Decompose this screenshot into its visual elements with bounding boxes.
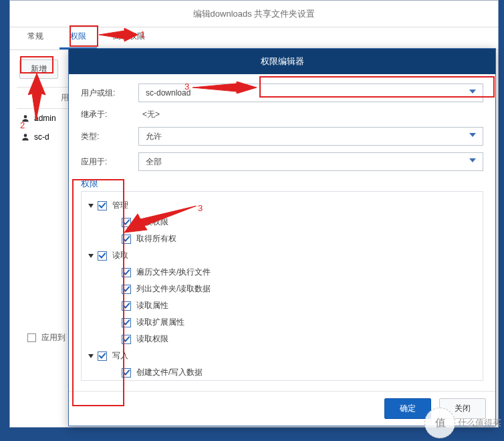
tree-node[interactable]: 读取扩展属性 (84, 314, 480, 331)
apply-to-value: 全部 (146, 156, 162, 168)
tree-node[interactable]: 遍历文件夹/执行文件 (84, 264, 480, 281)
apply-label: 应用到 (41, 332, 66, 343)
permission-label: 读取属性 (136, 300, 168, 311)
expand-caret-icon[interactable] (88, 254, 94, 258)
label-apply-to: 应用于: (81, 156, 138, 168)
svg-point-1 (24, 134, 27, 137)
permission-label: 读取权限 (136, 333, 168, 345)
label-user-group: 用户或组: (81, 88, 138, 99)
label-type: 类型: (81, 131, 138, 142)
tree-node[interactable]: 读取 (84, 247, 480, 264)
dialog-title: 权限编辑器 (69, 49, 495, 74)
tree-node[interactable]: 读取属性 (84, 297, 480, 314)
tree-node[interactable]: 写入 (84, 347, 480, 364)
permissions-section-title: 权限 (81, 178, 483, 190)
permission-label: 遍历文件夹/执行文件 (136, 267, 211, 278)
tree-node[interactable]: 创建文件/写入数据 (84, 364, 480, 381)
window-title: 编辑downloads 共享文件夹设置 (10, 1, 498, 27)
user-icon (21, 132, 30, 142)
apply-to-combo[interactable]: 全部 (138, 152, 483, 171)
permission-checkbox[interactable] (98, 351, 107, 361)
tab-general[interactable]: 常规 (17, 25, 54, 49)
type-combo[interactable]: 允许 (138, 127, 483, 146)
permission-label: 创建文件/写入数据 (136, 367, 203, 378)
permission-editor-dialog: 权限编辑器 用户或组: sc-download 继承于: <无> 类型: 允许 … (68, 48, 496, 426)
cancel-button[interactable]: 关闭 (439, 398, 486, 419)
user-group-value: sc-download (146, 88, 191, 98)
user-group-combo[interactable]: sc-download (138, 84, 483, 102)
expand-caret-icon[interactable] (88, 204, 94, 208)
tree-node[interactable]: 管理 (84, 197, 480, 214)
inherit-value: <无> (138, 109, 483, 120)
permission-label: 更改权限 (136, 216, 168, 228)
tree-node[interactable]: 读取权限 (84, 331, 480, 347)
permission-checkbox[interactable] (98, 251, 107, 261)
permission-label: 读取扩展属性 (136, 317, 184, 328)
apply-checkbox[interactable] (27, 333, 36, 342)
chevron-down-icon (469, 90, 476, 94)
permission-label: 列出文件夹/读取数据 (136, 283, 211, 295)
permission-label: 管理 (112, 200, 128, 211)
tab-advanced-permissions[interactable]: 高级权限 (102, 25, 156, 49)
svg-point-0 (24, 115, 27, 118)
permission-label: 写入 (112, 350, 128, 361)
chevron-down-icon (469, 158, 476, 162)
tabs-bar: 常规 权限 高级权限 (10, 27, 498, 50)
user-name: sc-d (34, 132, 49, 142)
tree-node[interactable]: 取得所有权 (84, 231, 480, 247)
label-inherit: 继承于: (81, 109, 138, 120)
permission-checkbox[interactable] (122, 318, 131, 327)
permissions-tree[interactable]: 管理更改权限取得所有权读取遍历文件夹/执行文件列出文件夹/读取数据读取属性读取扩… (81, 191, 483, 381)
user-name: admin (34, 114, 56, 123)
expand-caret-icon[interactable] (88, 354, 94, 358)
add-button[interactable]: 新增 (19, 59, 58, 79)
permission-checkbox[interactable] (122, 218, 131, 227)
permission-checkbox[interactable] (122, 235, 131, 244)
tree-node[interactable]: 列出文件夹/读取数据 (84, 281, 480, 297)
permission-label: 读取 (112, 250, 128, 261)
ok-button[interactable]: 确定 (384, 398, 431, 419)
chevron-down-icon (469, 133, 476, 137)
permission-checkbox[interactable] (122, 285, 131, 294)
tree-node[interactable]: 更改权限 (84, 214, 480, 231)
permission-checkbox[interactable] (122, 268, 131, 277)
permission-checkbox[interactable] (98, 201, 107, 210)
type-value: 允许 (146, 131, 162, 142)
user-icon (21, 114, 30, 123)
permission-label: 取得所有权 (136, 233, 176, 245)
permission-checkbox[interactable] (122, 335, 131, 344)
permission-checkbox[interactable] (122, 301, 131, 311)
tab-permissions[interactable]: 权限 (59, 25, 97, 49)
permission-checkbox[interactable] (122, 368, 131, 378)
